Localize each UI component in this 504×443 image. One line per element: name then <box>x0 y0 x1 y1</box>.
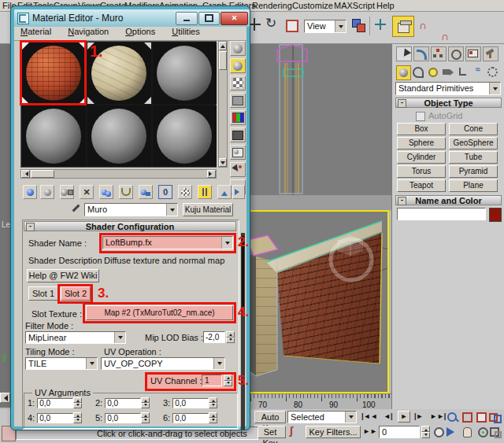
material-id-channel-icon[interactable]: 0 <box>158 185 172 199</box>
goto-start-icon[interactable]: |◄◄ <box>361 412 377 420</box>
mip-lod-bias-field[interactable]: -2,0 <box>203 331 225 343</box>
play-button[interactable]: ► <box>398 411 410 423</box>
pan-hand-icon[interactable] <box>461 426 473 438</box>
material-slot-4[interactable] <box>22 105 86 167</box>
viewport-splitter[interactable] <box>244 195 391 210</box>
menu-utilities[interactable]: Utilities <box>172 27 199 36</box>
primitive-button-pyramid[interactable]: Pyramid <box>449 165 498 178</box>
menu-rendering[interactable]: Rendering <box>252 1 292 10</box>
helpers-category-icon[interactable] <box>456 65 469 79</box>
backlight-icon[interactable] <box>230 58 246 73</box>
angle-snap-magnet-icon[interactable]: ∩∠ <box>441 31 504 42</box>
material-options-icon[interactable] <box>230 145 246 160</box>
perspective-viewport[interactable] <box>246 210 389 393</box>
object-type-rollout-header[interactable]: - Object Type <box>395 98 502 108</box>
uv-arg-5-field[interactable]: 0,0 <box>105 413 141 423</box>
video-color-check-icon[interactable] <box>230 110 246 125</box>
snaps-toggle-icon[interactable] <box>392 16 414 37</box>
select-manipulate-icon[interactable] <box>375 19 386 30</box>
rollout-scrollbar[interactable] <box>241 233 245 430</box>
put-material-to-scene-icon[interactable] <box>40 185 54 199</box>
uv-arg-6-field[interactable]: 0,0 <box>172 413 209 423</box>
uv-operation-dropdown[interactable]: UV_OP_COPY <box>101 357 225 370</box>
dropdown-arrow-icon[interactable] <box>166 204 177 216</box>
mip-lod-bias-spinner[interactable] <box>226 331 235 343</box>
slots-horizontal-scrollbar[interactable] <box>20 169 217 179</box>
scroll-down-button[interactable] <box>219 158 227 167</box>
primitive-button-sphere[interactable]: Sphere <box>397 137 446 150</box>
sample-type-icon[interactable] <box>230 41 246 56</box>
uv-channel-spinner[interactable] <box>224 375 232 386</box>
scroll-right-button[interactable] <box>207 170 216 178</box>
assign-material-icon[interactable] <box>60 185 74 199</box>
zoom-icon[interactable] <box>447 411 459 423</box>
scroll-left-button[interactable] <box>21 170 30 178</box>
uv-arg-3-spinner[interactable] <box>209 397 217 408</box>
zoom-extents-all-icon[interactable] <box>489 411 502 423</box>
show-end-result-icon[interactable] <box>198 185 212 199</box>
material-editor-dialog[interactable]: Material Editor - Muro ✕ Material Naviga… <box>11 6 250 430</box>
select-move-icon[interactable] <box>248 18 261 31</box>
name-color-rollout-header[interactable]: - Name and Color <box>395 195 502 205</box>
shapes-category-icon[interactable] <box>411 65 424 79</box>
make-material-copy-icon[interactable] <box>99 185 113 199</box>
material-slot-3[interactable] <box>153 42 217 104</box>
dropdown-arrow-icon[interactable] <box>345 412 356 423</box>
geometry-category-icon[interactable] <box>396 65 411 80</box>
slot1-tab[interactable]: Slot 1 <box>28 286 58 301</box>
help-fw2-wiki-button[interactable]: Help @ FW2 Wiki <box>27 269 99 282</box>
menu-customize[interactable]: Customize <box>292 1 333 10</box>
motion-tab-icon[interactable] <box>448 46 464 61</box>
spacewarps-category-icon[interactable]: ≈ <box>471 65 484 78</box>
goto-end-icon[interactable]: ►►| <box>430 412 446 420</box>
uv-arg-5-spinner[interactable] <box>141 412 150 423</box>
field-of-view-icon[interactable] <box>447 426 459 438</box>
pick-material-eyedropper-icon[interactable] <box>71 204 82 215</box>
object-name-field[interactable] <box>397 208 486 220</box>
reference-coordinate-dropdown[interactable]: View <box>304 20 346 33</box>
primitive-button-geosphere[interactable]: GeoSphere <box>449 137 498 150</box>
select-rotate-icon[interactable]: ↻ <box>265 15 276 31</box>
modify-tab-icon[interactable] <box>413 46 429 61</box>
menu-maxscript[interactable]: MAXScript <box>334 1 375 10</box>
reset-map-icon[interactable]: ✕ <box>80 185 94 199</box>
front-viewport[interactable] <box>244 44 391 195</box>
collapse-icon[interactable]: - <box>398 197 406 205</box>
filter-mode-dropdown[interactable]: MipLinear <box>25 331 126 344</box>
primitive-category-dropdown[interactable]: Standard Primitives <box>395 82 501 95</box>
tiling-mode-dropdown[interactable]: TILE <box>25 357 98 370</box>
go-to-sibling-icon[interactable] <box>232 185 245 199</box>
zoom-all-icon[interactable] <box>461 411 473 423</box>
select-by-material-icon[interactable] <box>230 162 246 177</box>
primitive-button-box[interactable]: Box <box>397 123 446 135</box>
select-scale-icon[interactable] <box>286 20 298 32</box>
key-selection-dropdown[interactable]: Selected <box>287 411 357 423</box>
slots-vertical-scrollbar[interactable] <box>218 41 228 168</box>
frame-spinner[interactable] <box>421 426 430 438</box>
material-slot-6[interactable] <box>153 105 217 167</box>
minimize-button[interactable] <box>176 12 198 25</box>
autogrid-checkbox[interactable] <box>416 112 425 121</box>
uv-arg-4-field[interactable]: 0,0 <box>37 413 73 423</box>
menu-help[interactable]: Help <box>376 1 395 10</box>
curve-filter-icon[interactable]: ∫ <box>290 424 293 437</box>
next-frame-icon[interactable]: |► <box>414 412 423 420</box>
scroll-up-button[interactable] <box>219 42 227 50</box>
dropdown-arrow-icon[interactable] <box>114 332 125 343</box>
dropdown-arrow-icon[interactable] <box>335 20 346 32</box>
uv-arg-2-field[interactable]: 0,0 <box>105 398 141 408</box>
material-name-dropdown[interactable]: Muro <box>84 203 178 216</box>
show-map-in-viewport-icon[interactable] <box>178 185 192 199</box>
prev-frame-icon[interactable]: ◄| <box>384 412 392 420</box>
make-unique-icon[interactable] <box>119 185 133 199</box>
collapse-icon[interactable]: - <box>26 223 35 231</box>
material-slot-5[interactable] <box>87 105 151 167</box>
menu-options[interactable]: Options <box>125 27 155 36</box>
maximize-button[interactable] <box>198 12 220 25</box>
uv-channel-field[interactable]: 1 <box>202 375 222 386</box>
primitive-button-cone[interactable]: Cone <box>449 123 498 135</box>
cameras-category-icon[interactable] <box>441 65 454 79</box>
scrollbar-thumb[interactable] <box>219 51 227 70</box>
make-preview-icon[interactable] <box>230 127 246 142</box>
primitive-button-tube[interactable]: Tube <box>449 151 498 164</box>
